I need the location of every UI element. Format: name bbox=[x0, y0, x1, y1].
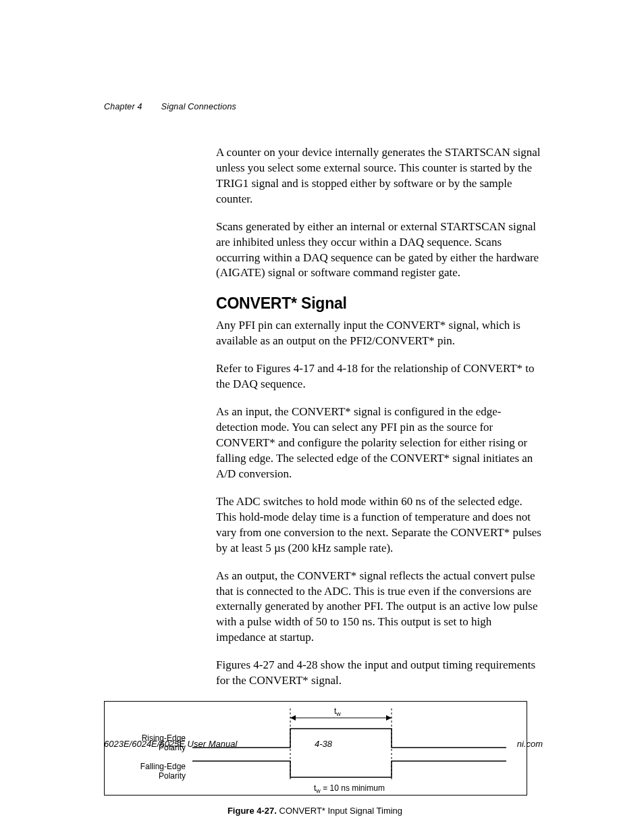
figure-title: CONVERT* Input Signal Timing bbox=[277, 806, 402, 816]
figure-number: Figure 4-27. bbox=[227, 806, 277, 816]
section-label: Signal Connections bbox=[161, 102, 236, 111]
page-footer: 6023E/6024E/6025E User Manual 4-38 ni.co… bbox=[104, 738, 543, 750]
paragraph: Refer to Figures 4-17 and 4-18 for the r… bbox=[216, 361, 543, 392]
running-header: Chapter 4Signal Connections bbox=[104, 101, 543, 113]
paragraph: Any PFI pin can externally input the CON… bbox=[216, 318, 543, 349]
paragraph: Figures 4-27 and 4-28 show the input and… bbox=[216, 658, 543, 689]
section-heading: CONVERT* Signal bbox=[216, 293, 543, 314]
chapter-label: Chapter 4 bbox=[104, 102, 142, 111]
paragraph: The ADC switches to hold mode within 60 … bbox=[216, 494, 543, 556]
paragraph: As an output, the CONVERT* signal reflec… bbox=[216, 569, 543, 646]
svg-marker-4 bbox=[386, 715, 392, 721]
footer-page-number: 4-38 bbox=[104, 738, 543, 750]
svg-marker-3 bbox=[290, 715, 296, 721]
paragraph: Scans generated by either an internal or… bbox=[216, 219, 543, 282]
paragraph: A counter on your device internally gene… bbox=[216, 145, 543, 207]
body-column: A counter on your device internally gene… bbox=[216, 145, 543, 689]
figure-caption: Figure 4-27. CONVERT* Input Signal Timin… bbox=[104, 805, 526, 817]
paragraph: As an input, the CONVERT* signal is conf… bbox=[216, 405, 543, 482]
